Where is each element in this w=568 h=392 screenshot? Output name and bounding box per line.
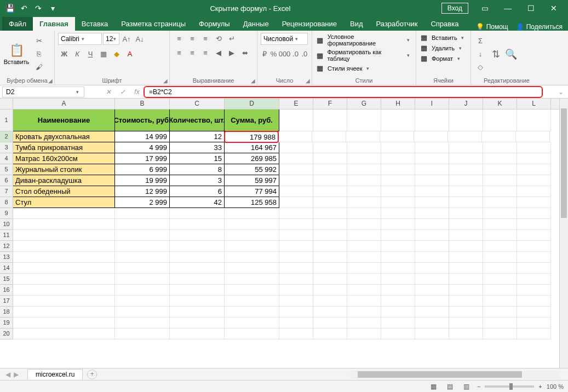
cell[interactable] — [347, 186, 381, 197]
cell[interactable] — [279, 318, 313, 328]
decrease-font-icon[interactable]: A↓ — [134, 33, 146, 44]
cell-qty[interactable]: 42 — [170, 197, 225, 208]
cell[interactable] — [347, 230, 381, 241]
cancel-formula-icon[interactable]: ✕ — [103, 88, 114, 96]
cell[interactable] — [115, 252, 170, 263]
cell[interactable] — [483, 164, 517, 175]
cell[interactable] — [313, 197, 347, 208]
cell-qty[interactable]: 33 — [170, 142, 225, 153]
cell[interactable] — [313, 164, 347, 175]
cell-cost[interactable]: 4 999 — [115, 142, 170, 153]
cell[interactable] — [517, 296, 551, 307]
delete-cells-button[interactable]: ▦Удалить▾ — [420, 43, 467, 53]
cell[interactable] — [279, 263, 313, 274]
column-header[interactable]: L — [517, 99, 551, 109]
cell[interactable] — [13, 263, 115, 274]
name-box[interactable]: D2▾ — [2, 87, 84, 97]
cell-sum[interactable]: 164 967 — [225, 142, 279, 153]
row-header[interactable]: 16 — [0, 285, 13, 296]
cell[interactable] — [381, 197, 415, 208]
cell[interactable] — [279, 164, 313, 175]
cell[interactable] — [313, 219, 347, 230]
cell[interactable] — [313, 175, 347, 186]
column-header[interactable]: J — [449, 99, 483, 109]
cell[interactable] — [313, 109, 347, 131]
copy-icon[interactable]: ⎘ — [33, 49, 45, 60]
cell-name[interactable]: Стул — [13, 197, 115, 208]
dialog-launcher-icon[interactable]: ◢ — [251, 78, 255, 84]
cell-cost[interactable]: 6 999 — [115, 164, 170, 175]
cell[interactable] — [381, 208, 415, 219]
cell[interactable] — [170, 296, 225, 307]
tab-review[interactable]: Рецензирование — [276, 17, 343, 31]
increase-decimal-icon[interactable]: .0 — [291, 48, 299, 59]
ribbon-options-icon[interactable]: ▭ — [474, 2, 496, 15]
cell-qty[interactable]: 8 — [170, 164, 225, 175]
cell[interactable] — [115, 230, 170, 241]
cell[interactable] — [313, 318, 347, 328]
cell[interactable] — [449, 252, 483, 263]
cell[interactable] — [449, 153, 483, 164]
align-middle-icon[interactable]: ≡ — [186, 33, 198, 44]
row-header[interactable]: 11 — [0, 230, 13, 241]
cell[interactable] — [449, 186, 483, 197]
select-all-corner[interactable] — [0, 99, 13, 109]
cell-name[interactable]: Диван-раскладушка — [13, 175, 115, 186]
cell-qty[interactable]: 12 — [170, 131, 225, 142]
insert-cells-button[interactable]: ▦Вставить▾ — [420, 33, 467, 42]
cell[interactable] — [381, 186, 415, 197]
cell[interactable] — [381, 296, 415, 307]
cell[interactable] — [415, 328, 449, 339]
font-color-icon[interactable]: A — [124, 48, 136, 59]
cell[interactable] — [483, 328, 517, 339]
cell[interactable] — [13, 307, 115, 318]
cell[interactable] — [449, 219, 483, 230]
cell[interactable] — [449, 197, 483, 208]
cell-cost[interactable]: 2 999 — [115, 197, 170, 208]
column-header[interactable]: H — [381, 99, 415, 109]
normal-view-icon[interactable]: ▦ — [428, 382, 440, 391]
cell-qty[interactable]: 3 — [170, 175, 225, 186]
cell[interactable] — [449, 241, 483, 252]
cell[interactable] — [483, 208, 517, 219]
row-header[interactable]: 1 — [0, 109, 13, 131]
cell[interactable] — [115, 328, 170, 339]
align-bottom-icon[interactable]: ≡ — [199, 33, 211, 44]
row-header[interactable]: 14 — [0, 263, 13, 274]
cell[interactable] — [225, 296, 279, 307]
table-header[interactable]: Стоимость, руб. — [115, 109, 170, 131]
cell[interactable] — [346, 131, 380, 142]
cell[interactable] — [483, 175, 517, 186]
cell-name[interactable]: Тумба прикроватная — [13, 142, 115, 153]
cell-cost[interactable]: 14 999 — [115, 131, 170, 142]
row-header[interactable]: 12 — [0, 241, 13, 252]
cell[interactable] — [313, 153, 347, 164]
tab-page-layout[interactable]: Разметка страницы — [114, 17, 192, 31]
cell[interactable] — [13, 274, 115, 285]
cell[interactable] — [225, 252, 279, 263]
cell[interactable] — [279, 230, 313, 241]
cell[interactable] — [414, 131, 448, 142]
dialog-launcher-icon[interactable]: ◢ — [306, 78, 310, 84]
cell[interactable] — [347, 241, 381, 252]
cell[interactable] — [415, 175, 449, 186]
cell[interactable] — [449, 175, 483, 186]
italic-button[interactable]: К — [71, 48, 83, 59]
cell[interactable] — [483, 296, 517, 307]
font-size-combo[interactable]: 12▾ — [103, 33, 119, 45]
cell[interactable] — [415, 296, 449, 307]
cell[interactable] — [517, 285, 551, 296]
cell[interactable] — [347, 109, 381, 131]
cell[interactable] — [13, 285, 115, 296]
tell-me-button[interactable]: 💡Помощ — [476, 23, 508, 31]
borders-icon[interactable]: ▦ — [97, 48, 110, 59]
cell[interactable] — [279, 296, 313, 307]
cell[interactable] — [347, 175, 381, 186]
sheet-nav-prev-icon[interactable]: ◀ — [5, 371, 10, 378]
cell[interactable] — [170, 328, 225, 339]
tab-data[interactable]: Данные — [237, 17, 276, 31]
cut-icon[interactable]: ✂ — [33, 36, 45, 47]
cell[interactable] — [517, 328, 551, 339]
cell[interactable] — [313, 230, 347, 241]
zoom-in-icon[interactable]: + — [538, 383, 542, 390]
